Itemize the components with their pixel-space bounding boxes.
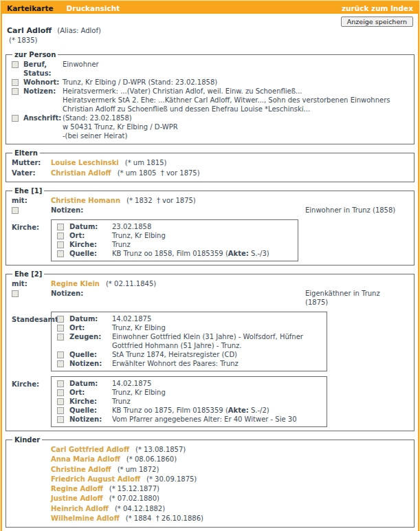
person-link[interactable]: Louise Leschinski — [51, 159, 119, 166]
field-checkbox[interactable] — [57, 232, 64, 239]
field-value-line: -(bei seiner Heirat) — [63, 131, 408, 140]
event-field-row: Datum:23.02.1858 — [57, 222, 292, 231]
section-legend: Ehe [2] — [12, 270, 44, 278]
field-value-part: Trunz, Kr Elbing — [112, 324, 166, 332]
tab-karteikarte[interactable]: Karteikarte — [7, 4, 54, 12]
field-value: Trunz, Kr Elbing — [112, 388, 321, 397]
field-value: StA Trunz 1874, Heiratsregister (CD) — [112, 350, 321, 359]
field-row: Anschrift:(Stand: 23.02.1858)w 50431 Tru… — [12, 113, 408, 140]
field-label: Beruf, Status: — [23, 60, 63, 78]
field-checkbox[interactable] — [57, 224, 64, 230]
field-checkbox[interactable] — [12, 115, 19, 122]
field-value-line: Heiratsvermerk: ...(Vater) Christian Adl… — [63, 87, 408, 96]
eltern-rows: Mutter:Louise Leschinski(* um 1815)Vater… — [12, 158, 408, 178]
field-label: Notizen: — [51, 289, 305, 298]
event-field-row: Quelle:KB Trunz oo 1858, Film 0185359 (A… — [57, 249, 292, 258]
field-label: Standesamt: — [12, 312, 51, 324]
field-value-part: Trunz, Kr Elbing — [112, 389, 166, 396]
field-label: Notizen: — [69, 359, 112, 368]
event-box: Datum:14.02.1875Ort:Trunz, Kr ElbingKirc… — [51, 376, 327, 427]
person-birth: (* 1835) — [9, 36, 413, 45]
field-checkbox[interactable] — [57, 407, 64, 414]
field-checkbox[interactable] — [57, 351, 64, 358]
field-label: Anschrift: — [23, 113, 63, 122]
field-row: Notizen:Heiratsvermerk: ...(Vater) Chris… — [12, 87, 408, 113]
person-link[interactable]: Regine Adloff — [51, 485, 103, 492]
field-checkbox[interactable] — [57, 360, 64, 367]
person-link[interactable]: Wilhelmine Adloff — [51, 514, 120, 522]
section-legend: Ehe [1] — [12, 187, 44, 195]
field-checkbox[interactable] — [57, 325, 64, 332]
child-row: Carl Gottfried Adloff(* 13.08.1857) — [12, 445, 408, 455]
field-value-line: Einwohner — [63, 60, 408, 69]
marriage-note: Eigenkäthner in Trunz(1875) — [305, 289, 408, 307]
field-value: Erwählter Wohnort des Paares: Trunz — [112, 359, 321, 368]
title-line: Carl Adloff (Alias: Adlof) — [7, 26, 413, 35]
child-row: Friedrich August Adloff(* 30.09.1875) — [12, 475, 408, 484]
field-checkbox[interactable] — [57, 241, 64, 248]
field-label: Quelle: — [69, 350, 112, 359]
ehe2-body: mit:Regine Klein(* 02.11.1845)Notizen:Ei… — [12, 279, 408, 427]
child-row: Regine Adloff(* 15.12.1877) — [12, 484, 408, 494]
field-value: 14.02.1875 — [112, 379, 321, 388]
field-checkbox[interactable] — [12, 88, 19, 95]
field-label: Datum: — [69, 379, 112, 388]
parent-row: Mutter:Louise Leschinski(* um 1815) — [12, 158, 408, 169]
field-value-part: 14.02.1875 — [112, 380, 151, 387]
person-link[interactable]: Christian Adloff — [51, 169, 111, 177]
person-dates: (* um 1872) — [118, 466, 159, 473]
field-label: Notizen: — [23, 87, 63, 96]
field-label: Ort: — [69, 231, 112, 240]
field-value-part: Trunz, Kr Elbing — [112, 232, 166, 239]
field-checkbox[interactable] — [12, 79, 19, 86]
field-checkbox[interactable] — [57, 250, 64, 257]
field-value-part: Vom Pfarrer angegebenes Alter: Er 40 Wit… — [112, 415, 297, 423]
content-area: Anzeige speichern Carl Adloff (Alias: Ad… — [2, 14, 418, 531]
event-box: Datum:14.02.1875Ort:Trunz, Kr ElbingZeug… — [51, 312, 327, 371]
parent-cell: Christian Adloff(* um 1805 † vor 1875) — [51, 169, 408, 179]
field-value: Trunz, Kr Elbing — [112, 323, 321, 332]
field-value: Einwohner Gottfried Klein (31 Jahre) - W… — [112, 332, 321, 350]
person-link[interactable]: Christine Homann — [51, 197, 120, 204]
person-dates: (* um 1805 † vor 1875) — [118, 169, 200, 177]
field-checkbox[interactable] — [12, 61, 19, 68]
link-druckansicht[interactable]: Druckansicht — [67, 4, 120, 12]
save-view-button[interactable]: Anzeige speichern — [341, 17, 413, 27]
person-alias: (Alias: Adlof) — [57, 27, 101, 34]
field-checkbox[interactable] — [57, 398, 64, 405]
person-link[interactable]: Regine Klein — [51, 280, 100, 288]
field-label: Ort: — [69, 388, 112, 397]
person-link[interactable]: Anna Maria Adloff — [51, 455, 120, 463]
marriage-note: Einwohner in Trunz (1858) — [305, 206, 408, 215]
field-label: Notizen: — [51, 206, 305, 215]
event-row: Standesamt:Datum:14.02.1875Ort:Trunz, Kr… — [12, 312, 408, 371]
field-checkbox[interactable] — [12, 290, 19, 297]
section-kinder: Kinder Carl Gottfried Adloff(* 13.08.185… — [5, 436, 415, 528]
field-value-line: Heiratsvermerk StA 2. Ehe: ...Käthner Ca… — [63, 96, 408, 113]
field-checkbox[interactable] — [57, 334, 64, 340]
marriage-note-line: (1875) — [305, 298, 408, 307]
field-checkbox[interactable] — [57, 380, 64, 387]
child-row: Heinrich Adloff(* 04.12.1882) — [12, 504, 408, 514]
person-dates: (* 02.11.1845) — [106, 280, 156, 288]
event-field-row: Quelle:KB Trunz oo 1875, Film 0185359 (A… — [57, 406, 321, 415]
field-value: Trunz, Kr Elbing — [112, 231, 292, 240]
field-checkbox[interactable] — [57, 416, 64, 423]
person-link[interactable]: Justine Adloff — [51, 495, 103, 502]
field-label: Vater: — [12, 169, 51, 179]
link-back-to-index[interactable]: zurück zum Index — [342, 4, 413, 12]
person-link[interactable]: Heinrich Adloff — [51, 505, 109, 512]
field-value-part: Akte: — [228, 250, 249, 257]
event-field-row: Ort:Trunz, Kr Elbing — [57, 388, 321, 397]
field-checkbox[interactable] — [12, 207, 19, 214]
field-checkbox[interactable] — [57, 389, 64, 396]
person-link[interactable]: Carl Gottfried Adloff — [51, 446, 129, 453]
person-link[interactable]: Friedrich August Adloff — [51, 475, 140, 483]
person-link[interactable]: Christine Adloff — [51, 466, 111, 473]
event-field-row: Notizen:Vom Pfarrer angegebenes Alter: E… — [57, 415, 321, 424]
field-checkbox[interactable] — [57, 316, 64, 323]
field-value-part: Erwählter Wohnort des Paares: Trunz — [112, 360, 239, 367]
person-dates: (* 08.06.1860) — [126, 455, 177, 463]
field-row: Beruf, Status:Einwohner — [12, 60, 408, 78]
field-label: mit: — [12, 196, 51, 205]
